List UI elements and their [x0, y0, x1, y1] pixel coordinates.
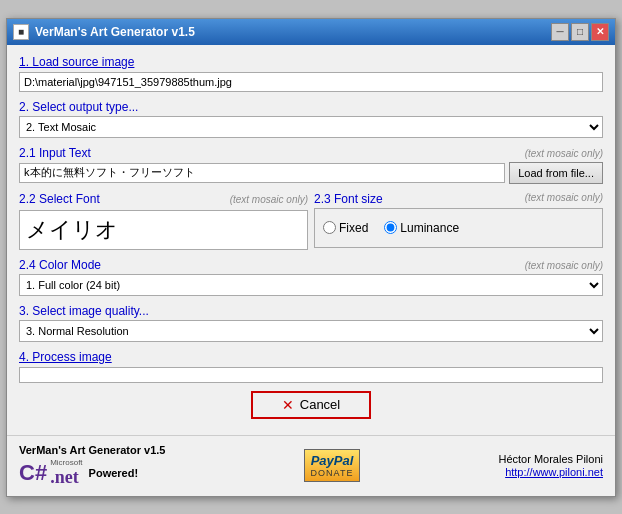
select-font-label: 2.2 Select Font — [19, 192, 100, 206]
color-mode-tag: (text mosaic only) — [525, 260, 603, 271]
image-quality-label: 3. Select image quality... — [19, 304, 603, 318]
microsoft-label: Microsoft — [50, 458, 82, 467]
font-size-box: Fixed Luminance — [314, 208, 603, 248]
csharp-logo: C# — [19, 460, 47, 486]
window-title: VerMan's Art Generator v1.5 — [35, 25, 195, 39]
load-source-label[interactable]: 1. Load source image — [19, 55, 603, 69]
output-type-select[interactable]: 2. Text Mosaic — [19, 116, 603, 138]
font-size-header: 2.3 Font size (text mosaic only) — [314, 192, 603, 206]
output-type-label: 2. Select output type... — [19, 100, 603, 114]
section-1: 1. Load source image — [19, 55, 603, 92]
image-quality-select[interactable]: 3. Normal Resolution — [19, 320, 603, 342]
footer-right: Héctor Morales Piloni http://www.piloni.… — [498, 453, 603, 479]
font-right: 2.3 Font size (text mosaic only) Fixed L… — [314, 192, 603, 250]
content-area: 1. Load source image 2. Select output ty… — [7, 45, 615, 435]
radio-luminance-label: Luminance — [400, 221, 459, 235]
font-size-tag: (text mosaic only) — [525, 192, 603, 206]
input-text-label: 2.1 Input Text — [19, 146, 91, 160]
title-bar-left: ■ VerMan's Art Generator v1.5 — [13, 24, 195, 40]
footer-logo: C# Microsoft .net Powered! — [19, 458, 166, 488]
font-name-display: メイリオ — [26, 215, 118, 245]
main-window: ■ VerMan's Art Generator v1.5 ─ □ ✕ 1. L… — [6, 18, 616, 497]
cancel-x-icon: ✕ — [282, 397, 294, 413]
cancel-button[interactable]: ✕ Cancel — [251, 391, 371, 419]
window-icon: ■ — [13, 24, 29, 40]
font-size-label: 2.3 Font size — [314, 192, 383, 206]
minimize-button[interactable]: ─ — [551, 23, 569, 41]
section-3: 3. Select image quality... 3. Normal Res… — [19, 304, 603, 342]
input-text-field[interactable] — [19, 163, 505, 183]
dotnet-logo: .net — [50, 467, 79, 488]
paypal-sub: DONATE — [311, 468, 354, 478]
footer-left: VerMan's Art Generator v1.5 C# Microsoft… — [19, 444, 166, 488]
input-text-header: 2.1 Input Text (text mosaic only) — [19, 146, 603, 162]
font-display[interactable]: メイリオ — [19, 210, 308, 250]
author-name: Héctor Morales Piloni — [498, 453, 603, 465]
radio-fixed-label: Fixed — [339, 221, 368, 235]
section-2: 2. Select output type... 2. Text Mosaic — [19, 100, 603, 138]
title-bar: ■ VerMan's Art Generator v1.5 ─ □ ✕ — [7, 19, 615, 45]
font-left: 2.2 Select Font (text mosaic only) メイリオ — [19, 192, 308, 250]
radio-fixed[interactable]: Fixed — [323, 221, 368, 235]
maximize-button[interactable]: □ — [571, 23, 589, 41]
section-21: 2.1 Input Text (text mosaic only) Load f… — [19, 146, 603, 184]
font-section: 2.2 Select Font (text mosaic only) メイリオ … — [19, 192, 603, 250]
radio-luminance-input[interactable] — [384, 221, 397, 234]
footer-app-name: VerMan's Art Generator v1.5 — [19, 444, 166, 456]
paypal-button[interactable]: PayPal DONATE — [304, 449, 361, 482]
source-image-input[interactable] — [19, 72, 603, 92]
powered-label: Powered! — [89, 467, 139, 479]
radio-fixed-input[interactable] — [323, 221, 336, 234]
color-mode-select[interactable]: 1. Full color (24 bit) — [19, 274, 603, 296]
close-button[interactable]: ✕ — [591, 23, 609, 41]
radio-luminance[interactable]: Luminance — [384, 221, 459, 235]
title-buttons: ─ □ ✕ — [551, 23, 609, 41]
progress-bar — [19, 367, 603, 383]
section-24: 2.4 Color Mode (text mosaic only) 1. Ful… — [19, 258, 603, 296]
website-link[interactable]: http://www.piloni.net — [505, 466, 603, 478]
select-font-tag: (text mosaic only) — [230, 194, 308, 205]
footer: VerMan's Art Generator v1.5 C# Microsoft… — [7, 435, 615, 496]
process-image-label[interactable]: 4. Process image — [19, 350, 603, 364]
input-text-tag: (text mosaic only) — [525, 148, 603, 159]
select-font-header: 2.2 Select Font (text mosaic only) — [19, 192, 308, 208]
color-mode-header: 2.4 Color Mode (text mosaic only) — [19, 258, 603, 274]
paypal-text: PayPal — [311, 453, 354, 468]
section-4: 4. Process image — [19, 350, 603, 383]
load-from-file-button[interactable]: Load from file... — [509, 162, 603, 184]
color-mode-label: 2.4 Color Mode — [19, 258, 101, 272]
input-text-row: Load from file... — [19, 162, 603, 184]
cancel-label: Cancel — [300, 397, 340, 412]
